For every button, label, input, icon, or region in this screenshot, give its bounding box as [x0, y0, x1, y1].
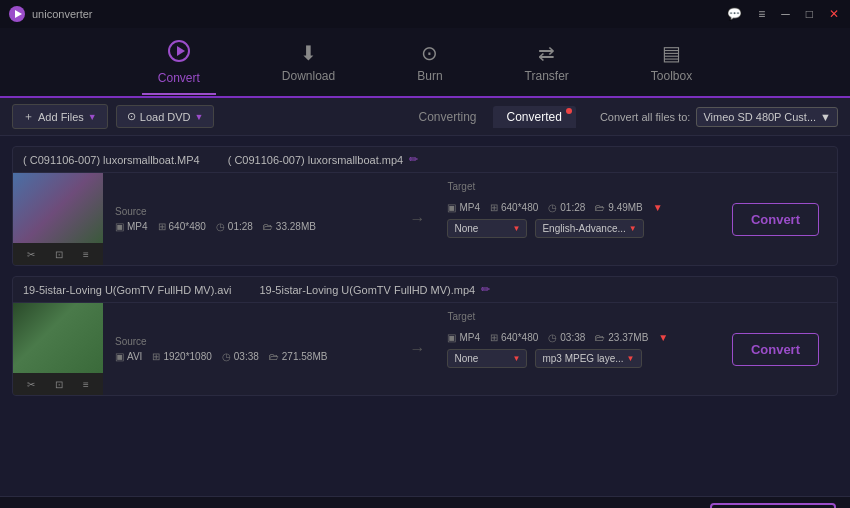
file1-subtitle-dropdown[interactable]: None ▼ — [447, 219, 527, 238]
file2-crop-icon[interactable]: ⊡ — [55, 379, 63, 390]
file2-target-name: 19-5istar-Loving U(GomTV FullHD MV).mp4 — [259, 284, 475, 296]
file2-src-duration: ◷ 03:38 — [222, 351, 259, 362]
menu-icon[interactable]: ≡ — [755, 7, 768, 21]
file2-source-name: 19-5istar-Loving U(GomTV FullHD MV).avi — [23, 284, 231, 296]
nav-burn-label: Burn — [417, 69, 442, 83]
file2-audio-dropdown[interactable]: mp3 MPEG laye... ▼ — [535, 349, 641, 368]
add-files-button[interactable]: ＋ Add Files ▼ — [12, 104, 108, 129]
file1-settings-icon[interactable]: ≡ — [83, 249, 89, 260]
app-logo — [8, 5, 26, 23]
load-dvd-caret: ▼ — [195, 112, 204, 122]
file1-thumb-controls: ✂ ⊡ ≡ — [13, 243, 103, 265]
file2-source-meta: ▣ AVI ⊞ 1920*1080 ◷ 03:38 🗁 271.58MB — [115, 351, 387, 362]
title-bar-controls: 💬 ≡ ─ □ ✕ — [724, 7, 842, 21]
toolbar-tabs: Converting Converted — [405, 106, 576, 128]
file1-target: Target ▣ MP4 ⊞ 640*480 ◷ 01:28 — [435, 173, 731, 265]
file2-tgt-caret[interactable]: ▼ — [658, 332, 668, 343]
file2-arrow: → — [399, 303, 435, 395]
file2-src-format: ▣ AVI — [115, 351, 142, 362]
load-dvd-label: Load DVD — [140, 111, 191, 123]
file1-arrow: → — [399, 173, 435, 265]
file2-source-label: Source — [115, 336, 387, 347]
file2-settings-icon[interactable]: ≡ — [83, 379, 89, 390]
convert-all-to-label: Convert all files to: — [600, 111, 690, 123]
format-value: Vimeo SD 480P Cust... — [703, 111, 816, 123]
format-select-dropdown[interactable]: Vimeo SD 480P Cust... ▼ — [696, 107, 838, 127]
svg-marker-3 — [177, 46, 185, 56]
file1-source-meta: ▣ MP4 ⊞ 640*480 ◷ 01:28 🗁 33.28MB — [115, 221, 387, 232]
file2-convert-button[interactable]: Convert — [732, 333, 819, 366]
file-row-1-body: ✂ ⊡ ≡ Source ▣ MP4 ⊞ 640*480 — [13, 173, 837, 265]
title-bar-left: uniconverter — [8, 5, 93, 23]
file-icon: 🗁 — [263, 221, 273, 232]
resolution-icon: ⊞ — [158, 221, 166, 232]
dvd-icon: ⊙ — [127, 110, 136, 123]
file1-target-meta: ▣ MP4 ⊞ 640*480 ◷ 01:28 🗁 9.49MB — [447, 202, 719, 213]
file2-thumbnail: ✂ ⊡ ≡ — [13, 303, 103, 395]
app-name: uniconverter — [32, 8, 93, 20]
file1-thumb-img — [13, 173, 103, 243]
file1-tgt-resolution: ⊞ 640*480 — [490, 202, 538, 213]
convert-all-button[interactable]: Convert All — [710, 503, 836, 509]
file1-src-duration: ◷ 01:28 — [216, 221, 253, 232]
file1-convert-btn-container: Convert — [732, 173, 837, 265]
nav-burn[interactable]: ⊙ Burn — [401, 33, 458, 91]
file1-audio-dropdown[interactable]: English-Advance... ▼ — [535, 219, 643, 238]
file2-src-resolution: ⊞ 1920*1080 — [152, 351, 211, 362]
load-dvd-button[interactable]: ⊙ Load DVD ▼ — [116, 105, 215, 128]
file-row-1: ( C091106-007) luxorsmallboat.MP4 ( C091… — [12, 146, 838, 266]
nav-transfer-label: Transfer — [525, 69, 569, 83]
f2-tgt-format-icon: ▣ — [447, 332, 456, 343]
file-row-2-body: ✂ ⊡ ≡ Source ▣ AVI ⊞ 1920*1080 — [13, 303, 837, 395]
close-button[interactable]: ✕ — [826, 7, 842, 21]
file-row-2: 19-5istar-Loving U(GomTV FullHD MV).avi … — [12, 276, 838, 396]
file2-edit-icon[interactable]: ✏ — [481, 283, 490, 296]
chat-icon[interactable]: 💬 — [724, 7, 745, 21]
file2-target-header: 19-5istar-Loving U(GomTV FullHD MV).mp4 … — [239, 283, 827, 296]
file2-thumb-img — [13, 303, 103, 373]
f2-res-icon: ⊞ — [152, 351, 160, 362]
file1-src-size: 🗁 33.28MB — [263, 221, 316, 232]
file1-convert-button[interactable]: Convert — [732, 203, 819, 236]
f2-tgt-res-icon: ⊞ — [490, 332, 498, 343]
nav-convert[interactable]: Convert — [142, 32, 216, 95]
maximize-button[interactable]: □ — [803, 7, 816, 21]
f2-tgt-file-icon: 🗁 — [595, 332, 605, 343]
file2-source: Source ▣ AVI ⊞ 1920*1080 ◷ 03:38 — [103, 303, 399, 395]
tgt-clock-icon: ◷ — [548, 202, 557, 213]
file2-target-dropdowns: None ▼ mp3 MPEG laye... ▼ — [447, 349, 719, 368]
file1-thumbnail: ✂ ⊡ ≡ — [13, 173, 103, 265]
file2-target: Target ▣ MP4 ⊞ 640*480 ◷ 03:38 — [435, 303, 731, 395]
file1-edit-icon[interactable]: ✏ — [409, 153, 418, 166]
convert-nav-icon — [168, 40, 190, 67]
f2-tgt-clock-icon: ◷ — [548, 332, 557, 343]
file1-src-resolution: ⊞ 640*480 — [158, 221, 206, 232]
file1-target-header: ( C091106-007) luxorsmallboat.mp4 ✏ — [208, 153, 827, 166]
add-files-label: Add Files — [38, 111, 84, 123]
file2-convert-btn-container: Convert — [732, 303, 837, 395]
clock-icon: ◷ — [216, 221, 225, 232]
file2-scissors-icon[interactable]: ✂ — [27, 379, 35, 390]
tab-converting[interactable]: Converting — [405, 106, 491, 128]
tab-converted[interactable]: Converted — [493, 106, 576, 128]
file2-subtitle-dropdown[interactable]: None ▼ — [447, 349, 527, 368]
nav-toolbox[interactable]: ▤ Toolbox — [635, 33, 708, 91]
title-bar: uniconverter 💬 ≡ ─ □ ✕ — [0, 0, 850, 28]
file-row-2-header: 19-5istar-Loving U(GomTV FullHD MV).avi … — [13, 277, 837, 303]
convert-all-to-section: Convert all files to: Vimeo SD 480P Cust… — [600, 107, 838, 127]
file1-tgt-caret[interactable]: ▼ — [653, 202, 663, 213]
nav-transfer[interactable]: ⇄ Transfer — [509, 33, 585, 91]
file2-tgt-format: ▣ MP4 — [447, 332, 480, 343]
nav-download[interactable]: ⬇ Download — [266, 33, 351, 91]
minimize-button[interactable]: ─ — [778, 7, 793, 21]
tgt-format-icon: ▣ — [447, 202, 456, 213]
burn-nav-icon: ⊙ — [421, 41, 438, 65]
file2-thumb-controls: ✂ ⊡ ≡ — [13, 373, 103, 395]
file2-tgt-size: 🗁 23.37MB — [595, 332, 648, 343]
file1-scissors-icon[interactable]: ✂ — [27, 249, 35, 260]
format-caret: ▼ — [820, 111, 831, 123]
nav-bar: Convert ⬇ Download ⊙ Burn ⇄ Transfer ▤ T… — [0, 28, 850, 98]
file1-crop-icon[interactable]: ⊡ — [55, 249, 63, 260]
add-icon: ＋ — [23, 109, 34, 124]
nav-convert-label: Convert — [158, 71, 200, 85]
